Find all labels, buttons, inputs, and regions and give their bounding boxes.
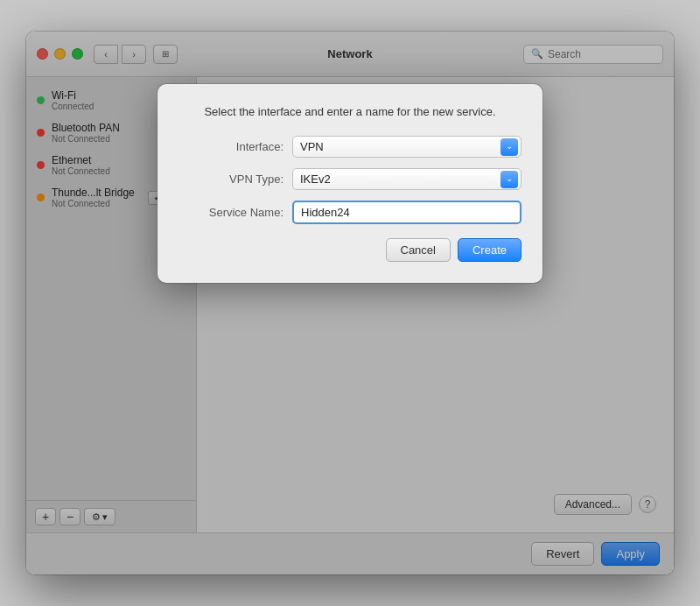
- vpn-type-select[interactable]: IKEv2 L2TP over IPSec Cisco IPSec: [292, 168, 522, 190]
- vpn-type-label: VPN Type:: [178, 173, 284, 186]
- create-button[interactable]: Create: [458, 238, 522, 262]
- interface-label: Interface:: [178, 140, 284, 153]
- service-name-row: Service Name:: [178, 201, 522, 224]
- interface-row: Interface: VPN Ethernet Wi-Fi Bluetooth …: [178, 136, 522, 158]
- modal-buttons: Cancel Create: [178, 238, 522, 262]
- service-name-input[interactable]: [292, 201, 522, 224]
- new-service-modal: Select the interface and enter a name fo…: [158, 84, 542, 283]
- cancel-button[interactable]: Cancel: [386, 238, 451, 262]
- service-name-label: Service Name:: [178, 206, 284, 219]
- vpn-type-select-wrapper: IKEv2 L2TP over IPSec Cisco IPSec: [292, 168, 522, 190]
- interface-select-wrapper: VPN Ethernet Wi-Fi Bluetooth PAN: [292, 136, 522, 158]
- network-window: ‹ › ⊞ Network 🔍 Wi-Fi Connected: [26, 32, 674, 574]
- vpn-type-row: VPN Type: IKEv2 L2TP over IPSec Cisco IP…: [178, 168, 522, 190]
- modal-title: Select the interface and enter a name fo…: [178, 105, 522, 118]
- modal-overlay: Select the interface and enter a name fo…: [26, 32, 674, 574]
- interface-select[interactable]: VPN Ethernet Wi-Fi Bluetooth PAN: [292, 136, 522, 158]
